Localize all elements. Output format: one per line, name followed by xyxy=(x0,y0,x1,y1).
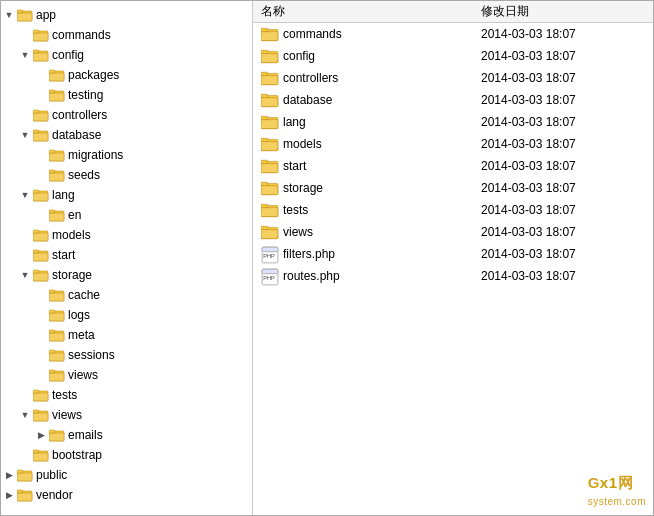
list-item-filters[interactable]: PHP filters.php2014-03-03 18:07 xyxy=(253,243,653,265)
file-icon-models xyxy=(261,136,279,152)
watermark-x1: x1 xyxy=(600,474,618,491)
svg-rect-92 xyxy=(261,138,268,141)
svg-rect-83 xyxy=(261,72,268,75)
toggle-vendor[interactable] xyxy=(1,487,17,503)
folder-icon-lang xyxy=(33,188,49,202)
tree-item-tests[interactable]: tests xyxy=(1,385,252,405)
toggle-config[interactable] xyxy=(17,47,33,63)
tree-item-config[interactable]: config xyxy=(1,45,252,65)
list-item-storage[interactable]: storage2014-03-03 18:07 xyxy=(253,177,653,199)
folder-icon-cache xyxy=(49,288,65,302)
list-item-lang[interactable]: lang2014-03-03 18:07 xyxy=(253,111,653,133)
tree-label-emails: emails xyxy=(68,425,103,445)
tree-label-views: views xyxy=(68,365,98,385)
list-item-models[interactable]: models2014-03-03 18:07 xyxy=(253,133,653,155)
tree-item-views[interactable]: views xyxy=(1,365,252,385)
svg-rect-86 xyxy=(261,94,268,97)
tree-label-views2: views xyxy=(52,405,82,425)
svg-rect-37 xyxy=(33,253,48,261)
tree-item-lang[interactable]: lang xyxy=(1,185,252,205)
tree-item-packages[interactable]: packages xyxy=(1,65,252,85)
toggle-public[interactable] xyxy=(1,467,17,483)
svg-rect-28 xyxy=(33,193,48,201)
svg-rect-70 xyxy=(17,473,32,481)
svg-rect-71 xyxy=(17,470,23,473)
tree-item-vendor[interactable]: vendor xyxy=(1,485,252,505)
file-date-tests: 2014-03-03 18:07 xyxy=(473,203,653,217)
toggle-emails[interactable] xyxy=(33,427,49,443)
file-icon-config xyxy=(261,48,279,64)
tree-item-cache[interactable]: cache xyxy=(1,285,252,305)
file-name-views: views xyxy=(283,225,473,239)
tree-item-start[interactable]: start xyxy=(1,245,252,265)
file-date-config: 2014-03-03 18:07 xyxy=(473,49,653,63)
svg-rect-77 xyxy=(261,28,268,31)
toggle-database[interactable] xyxy=(17,127,33,143)
file-name-controllers: controllers xyxy=(283,71,473,85)
toggle-storage[interactable] xyxy=(17,267,33,283)
tree-item-public[interactable]: public xyxy=(1,465,252,485)
list-item-controllers[interactable]: controllers2014-03-03 18:07 xyxy=(253,67,653,89)
file-icon-start xyxy=(261,158,279,174)
list-item-commands[interactable]: commands2014-03-03 18:07 xyxy=(253,23,653,45)
svg-rect-11 xyxy=(49,70,55,73)
svg-rect-13 xyxy=(49,93,64,101)
tree-item-storage[interactable]: storage xyxy=(1,265,252,285)
tree-item-logs[interactable]: logs xyxy=(1,305,252,325)
list-item-routes[interactable]: PHP routes.php2014-03-03 18:07 xyxy=(253,265,653,287)
svg-rect-103 xyxy=(261,230,278,239)
list-item-database[interactable]: database2014-03-03 18:07 xyxy=(253,89,653,111)
tree-item-en[interactable]: en xyxy=(1,205,252,225)
tree-item-database[interactable]: database xyxy=(1,125,252,145)
svg-rect-29 xyxy=(33,190,39,193)
list-item-start[interactable]: start2014-03-03 18:07 xyxy=(253,155,653,177)
file-date-filters: 2014-03-03 18:07 xyxy=(473,247,653,261)
file-date-start: 2014-03-03 18:07 xyxy=(473,159,653,173)
folder-icon-sessions xyxy=(49,348,65,362)
tree-item-testing[interactable]: testing xyxy=(1,85,252,105)
tree-item-sessions[interactable]: sessions xyxy=(1,345,252,365)
svg-rect-94 xyxy=(261,164,278,173)
tree-item-meta[interactable]: meta xyxy=(1,325,252,345)
tree-item-migrations[interactable]: migrations xyxy=(1,145,252,165)
tree-item-commands[interactable]: commands xyxy=(1,25,252,45)
file-name-routes: routes.php xyxy=(283,269,473,283)
svg-rect-91 xyxy=(261,142,278,151)
file-name-models: models xyxy=(283,137,473,151)
watermark-net: 网 xyxy=(618,474,634,491)
file-name-commands: commands xyxy=(283,27,473,41)
toggle-app[interactable] xyxy=(1,7,17,23)
svg-rect-8 xyxy=(33,50,39,53)
svg-rect-31 xyxy=(49,213,64,221)
folder-icon-emails xyxy=(49,428,65,442)
toggle-views2[interactable] xyxy=(17,407,33,423)
svg-rect-98 xyxy=(261,182,268,185)
watermark-domain: system.com xyxy=(588,496,646,507)
svg-rect-43 xyxy=(49,293,64,301)
folder-icon-seeds xyxy=(49,168,65,182)
tree-label-start: start xyxy=(52,245,75,265)
tree-item-bootstrap[interactable]: bootstrap xyxy=(1,445,252,465)
tree-item-emails[interactable]: emails xyxy=(1,425,252,445)
folder-icon-tests xyxy=(33,388,49,402)
list-item-tests[interactable]: tests2014-03-03 18:07 xyxy=(253,199,653,221)
svg-rect-26 xyxy=(49,170,55,173)
svg-rect-106 xyxy=(262,247,278,252)
tree-item-views2[interactable]: views xyxy=(1,405,252,425)
svg-rect-47 xyxy=(49,310,55,313)
tree-label-testing: testing xyxy=(68,85,103,105)
svg-rect-17 xyxy=(33,110,39,113)
toggle-lang[interactable] xyxy=(17,187,33,203)
tree-item-models[interactable]: models xyxy=(1,225,252,245)
list-item-config[interactable]: config2014-03-03 18:07 xyxy=(253,45,653,67)
folder-icon-meta xyxy=(49,328,65,342)
file-tree[interactable]: app commands config packages testing con… xyxy=(1,1,253,515)
file-list[interactable]: commands2014-03-03 18:07 config2014-03-0… xyxy=(253,23,653,515)
folder-icon-storage xyxy=(33,268,49,282)
tree-item-seeds[interactable]: seeds xyxy=(1,165,252,185)
folder-icon-controllers xyxy=(33,108,49,122)
list-item-views[interactable]: views2014-03-03 18:07 xyxy=(253,221,653,243)
tree-item-controllers[interactable]: controllers xyxy=(1,105,252,125)
file-name-config: config xyxy=(283,49,473,63)
tree-item-app[interactable]: app xyxy=(1,5,252,25)
